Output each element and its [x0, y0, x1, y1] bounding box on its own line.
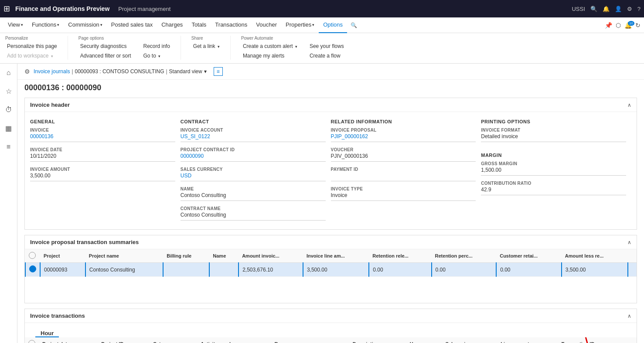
ribbon-group-power-automate-items: Create a custom alert ▾ Manage my alerts… — [241, 42, 346, 60]
tab-transactions[interactable]: Transactions — [211, 17, 252, 33]
pin-icon[interactable]: 📌 — [605, 22, 612, 29]
invoice-transactions-thead: Project date Project ID Category Activit… — [25, 337, 637, 343]
see-your-flows-button[interactable]: See your flows — [308, 42, 346, 50]
create-a-flow-button[interactable]: Create a flow — [308, 52, 346, 60]
tab-voucher[interactable]: Voucher — [252, 17, 281, 33]
invoice-line-amount-cell: 3,500.00 — [303, 263, 369, 277]
invoice-transactions-header[interactable]: Invoice transactions ∧ — [25, 309, 637, 323]
project-name-cell: Contoso Consulting — [85, 263, 164, 277]
filter-icon[interactable]: ⚙ — [24, 68, 30, 75]
invoice-date-label: Invoice date — [30, 147, 175, 152]
it-select-all[interactable] — [28, 340, 35, 343]
view-selector[interactable]: Standard view ▾ — [169, 68, 207, 75]
invoice-transactions-section: Invoice transactions ∧ Hour Project date… — [24, 309, 637, 343]
transaction-summaries-section: Invoice proposal transaction summaries ∧… — [24, 235, 637, 303]
contribution-ratio-label: Contribution ratio — [481, 181, 626, 186]
contract-group: CONTRACT Invoice account US_SI_0122 Proj… — [181, 115, 331, 224]
transaction-summaries-header-row: Project Project name Billing rule Name A… — [25, 249, 637, 263]
invoice-type-value: Invoice — [331, 192, 476, 201]
page-header: 00000136 : 00000090 — [17, 80, 644, 98]
gross-margin-label: Gross margin — [481, 161, 626, 166]
invoice-header-toggle[interactable]: ∧ — [627, 102, 631, 108]
col-sales-price: Sales price — [442, 337, 497, 343]
help-icon[interactable]: ? — [637, 6, 641, 12]
tab-commission[interactable]: Commission ▾ — [64, 17, 107, 33]
get-a-link-button[interactable]: Get a link ▾ — [191, 42, 221, 50]
invoice-value[interactable]: 00000136 — [30, 133, 175, 142]
notification-icon[interactable]: 🔔 — [603, 6, 610, 12]
amount-invoiced-cell: 2,503,676.10 — [239, 263, 303, 277]
tab-options[interactable]: Options — [319, 17, 347, 33]
name-cell — [209, 263, 239, 277]
invoice-label: Invoice — [30, 128, 175, 132]
tab-properties[interactable]: Properties ▾ — [281, 17, 319, 33]
invoice-header-title: Invoice header — [30, 102, 70, 108]
ribbon-search-icon[interactable]: 🔍 — [351, 22, 357, 28]
contract-name-field: Name Contoso Consulting — [181, 185, 331, 204]
breadcrumb-separator2: | — [166, 68, 167, 75]
user-icon[interactable]: 👤 — [615, 6, 622, 12]
invoice-header-section-header[interactable]: Invoice header ∧ — [25, 98, 637, 112]
list-view-button[interactable]: ≡ — [214, 67, 223, 76]
sidebar-icon-workspaces[interactable]: ▦ — [3, 122, 14, 134]
add-to-workspace-button[interactable]: Add to workspace ▾ — [5, 52, 59, 60]
select-all-checkbox[interactable] — [29, 252, 36, 259]
margin-label: MARGIN — [481, 153, 631, 158]
amount-less-retention-cell: 3,500.00 — [562, 263, 628, 277]
transaction-summaries-toggle[interactable]: ∧ — [627, 239, 631, 245]
expand-icon[interactable]: ⬡ — [616, 22, 621, 29]
go-to-button[interactable]: Go to ▾ — [141, 52, 171, 60]
personalize-this-page-button[interactable]: Personalize this page — [5, 42, 59, 50]
sidebar-icon-recent[interactable]: ⏱ — [3, 104, 14, 115]
settings-icon[interactable]: ⚙ — [627, 6, 632, 12]
invoice-format-label: Invoice format — [481, 128, 626, 132]
invoice-account-value[interactable]: US_SI_0122 — [181, 133, 326, 142]
row-selector-cell[interactable] — [25, 263, 40, 277]
expand-cell — [628, 263, 637, 277]
invoice-proposal-value[interactable]: PJIP_00000162 — [331, 133, 476, 142]
col-expand — [628, 249, 637, 263]
grid-icon[interactable]: ⊞ — [3, 4, 10, 14]
tab-functions[interactable]: Functions ▾ — [27, 17, 64, 33]
manage-my-alerts-button[interactable]: Manage my alerts — [241, 52, 299, 60]
transaction-summaries-title: Invoice proposal transaction summaries — [30, 239, 139, 245]
record-info-button[interactable]: Record info — [141, 42, 171, 50]
transaction-summaries-empty-space — [25, 277, 637, 303]
sidebar-icon-modules[interactable]: ≡ — [5, 141, 12, 153]
sidebar-icon-home[interactable]: ⌂ — [5, 67, 13, 78]
notification-ribbon-icon[interactable]: 🔔10 — [624, 22, 632, 29]
invoice-transactions-toggle[interactable]: ∧ — [627, 313, 631, 319]
advanced-filter-button[interactable]: Advanced filter or sort — [78, 52, 133, 60]
filter-bar: ⚙ Invoice journals | 00000093 : CONTOSO … — [17, 64, 644, 80]
row-checkbox[interactable] — [29, 265, 36, 272]
breadcrumb-link[interactable]: Invoice journals — [34, 68, 70, 75]
tab-totals[interactable]: Totals — [187, 17, 211, 33]
filter-header-buttons: ≡ — [210, 67, 223, 76]
breadcrumb: Invoice journals | 00000093 : CONTOSO CO… — [34, 68, 207, 75]
ribbon-group-personalize: Personalize Personalize this page Add to… — [5, 36, 68, 60]
user-label: USSI — [572, 6, 585, 12]
transaction-summaries-header[interactable]: Invoice proposal transaction summaries ∧ — [25, 235, 637, 249]
col-retention-released: Retention rele... — [369, 249, 431, 263]
invoice-header-body: GENERAL Invoice 00000136 Invoice date 10… — [25, 112, 637, 229]
col-amount-invoiced: Amount invoic... — [239, 249, 303, 263]
ribbon-group-page-options: Page options Security diagnostics Advanc… — [78, 36, 181, 60]
security-diagnostics-button[interactable]: Security diagnostics — [78, 42, 133, 50]
sidebar: ⌂ ☆ ⏱ ▦ ≡ — [0, 64, 17, 343]
invoice-amount-value: 3,500.00 — [30, 173, 175, 181]
tab-view[interactable]: View ▾ — [3, 17, 27, 33]
search-icon[interactable]: 🔍 — [590, 6, 597, 12]
sidebar-icon-favorites[interactable]: ☆ — [4, 85, 14, 97]
create-custom-alert-button[interactable]: Create a custom alert ▾ — [241, 42, 299, 50]
project-contract-id-value[interactable]: 00000090 — [181, 153, 326, 162]
sales-currency-value[interactable]: USD — [181, 173, 326, 181]
ribbon-group-share: Share Get a link ▾ — [191, 36, 231, 60]
ribbon-group-page-options-items: Security diagnostics Advanced filter or … — [78, 42, 172, 60]
project-id-cell[interactable]: 00000093 — [40, 263, 85, 277]
refresh-icon[interactable]: ↻ — [635, 22, 641, 29]
group-title-share: Share — [191, 36, 221, 41]
tab-posted-sales-tax[interactable]: Posted sales tax — [107, 17, 157, 33]
table-row[interactable]: 00000093 Contoso Consulting 2,503,676.10… — [25, 263, 637, 277]
tab-charges[interactable]: Charges — [157, 17, 187, 33]
layout: ⌂ ☆ ⏱ ▦ ≡ ⚙ Invoice journals | 00000093 … — [0, 64, 644, 343]
